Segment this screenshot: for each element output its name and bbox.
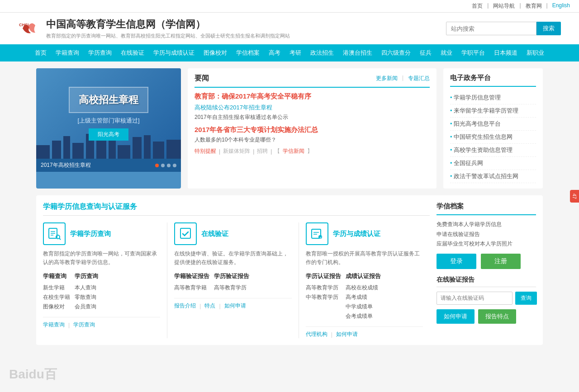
nav-gaokao[interactable]: 高考: [264, 44, 285, 61]
sub-col-1a-item-1[interactable]: 新生学籍: [43, 283, 70, 293]
search-button[interactable]: 搜索: [536, 22, 561, 35]
archive-line-1: 免费查询本人学籍学历信息: [437, 220, 536, 230]
how-to-apply-button[interactable]: 如何申请: [437, 309, 475, 324]
verify-code-input[interactable]: [437, 292, 513, 305]
egov-link-3[interactable]: 阳光高考信息平台: [454, 120, 501, 127]
egov-link-6[interactable]: 全国征兵网: [454, 160, 483, 166]
news-links-row: 特别提醒 | 新媒体矩阵 | 招聘 | 【学信新闻】: [195, 147, 430, 155]
archive-line-2: 申请在线验证报告: [437, 230, 536, 240]
nav-cert[interactable]: 学历与成绩认证: [149, 44, 199, 61]
banner-dot-4[interactable]: [173, 164, 176, 167]
more-news-link[interactable]: 更多新闻: [376, 75, 398, 82]
nav-jiuye[interactable]: 就业: [436, 44, 457, 61]
topbar-edu[interactable]: 教育网: [526, 2, 542, 10]
nav-archive[interactable]: 学信档案: [232, 44, 264, 61]
nav-kaoyan[interactable]: 考研: [285, 44, 306, 61]
sub-col-1b-item-3[interactable]: 会员查询: [75, 302, 98, 312]
service-col-2-desc: 在线快捷申请、验证。在学籍学历查询基础上，提供便捷的在线验证服务。: [174, 250, 291, 267]
sub-col-3b-item-4[interactable]: 会考成绩单: [346, 312, 381, 321]
nav-xueli[interactable]: 学历查询: [84, 44, 116, 61]
topbar-home[interactable]: 首页: [472, 2, 483, 10]
sub-col-1b-item-2[interactable]: 零散查询: [75, 293, 98, 302]
sub-col-2a-item-1[interactable]: 高等教育学籍: [174, 283, 209, 293]
nav-japan[interactable]: 日本频道: [489, 44, 522, 61]
banner-title-box: 高校招生章程: [69, 87, 148, 113]
service-col-2-header: 在线验证: [174, 222, 291, 245]
service-bottom-link-1b[interactable]: 学历查询: [73, 321, 95, 329]
sub-col-1a-item-2[interactable]: 在校生学籍: [43, 293, 70, 302]
verify-action-btns: 如何申请 报告特点: [437, 309, 536, 324]
service-bottom-link-2a[interactable]: 报告介绍: [174, 302, 196, 310]
sub-col-1a-item-3[interactable]: 图像校对: [43, 302, 70, 312]
login-button[interactable]: 登录: [437, 254, 476, 269]
sub-col-3b-item-1[interactable]: 高校在校成绩: [346, 283, 381, 293]
topics-link[interactable]: 专题汇总: [408, 75, 430, 82]
service-col-3-desc: 教育部唯一授权的开展高等教育学历认证服务工作的专门机构。: [306, 250, 423, 267]
xuexin-news-link[interactable]: 学信新闻: [283, 147, 304, 155]
banner-footer-text: 2017年高校招生章程: [41, 161, 91, 169]
sub-col-3a-item-1[interactable]: 高等教育学历: [306, 283, 341, 293]
sep2: |: [519, 2, 521, 10]
service-bottom-links-3: 代理机构 | 如何申请: [306, 326, 423, 338]
nav-home[interactable]: 首页: [30, 44, 51, 61]
egov-link-5[interactable]: 高校学生资助信息管理: [454, 146, 513, 153]
banner-subtitle: [上级主管部门审核通过]: [77, 117, 139, 125]
news-item-2[interactable]: 高校陆续公布2017年招生章程: [195, 104, 430, 112]
banner-badge[interactable]: 阳光高考: [89, 128, 128, 141]
service-bottom-link-2c[interactable]: 如何申请: [224, 302, 246, 310]
news-item-1[interactable]: 教育部：确保2017年高考安全平稳有序: [195, 92, 430, 101]
special-link[interactable]: 特别提醒: [195, 147, 216, 155]
report-feature-button[interactable]: 报告特点: [478, 309, 516, 324]
service-sub-cols-3: 学历认证报告 高等教育学历 中等教育学历 成绩认证报告 高校在校成绩 高考成绩 …: [306, 272, 423, 321]
nav-online-verify[interactable]: 在线验证: [116, 44, 149, 61]
topbar-sitemap[interactable]: 网站导航: [493, 2, 515, 10]
news-item-4[interactable]: 2017年各省市三大专项计划实施办法汇总: [195, 126, 430, 134]
verify-input-row: 查询: [437, 292, 536, 305]
nav-zhengbing[interactable]: 征兵: [415, 44, 436, 61]
site-title: 中国高等教育学生信息网（学信网）: [46, 18, 290, 31]
sub-col-3a-title: 学历认证报告: [306, 272, 341, 280]
top-section: 高校招生章程 [上级主管部门审核通过] 阳光高考 2017年高校招生章程 要闻: [36, 68, 543, 189]
banner-dot-3[interactable]: [167, 164, 171, 167]
sub-col-3a-item-2[interactable]: 中等教育学历: [306, 293, 341, 302]
banner-dot-1[interactable]: [155, 164, 159, 167]
service-bottom-link-2b[interactable]: 特点: [204, 302, 215, 310]
egov-link-2[interactable]: 来华留学生学籍学历管理: [454, 107, 518, 114]
header: CHSI 中国高等教育学生信息网（学信网） 教育部指定的学历查询唯一网站、教育部…: [0, 13, 579, 44]
sub-col-3b-item-3[interactable]: 中学成绩单: [346, 302, 381, 312]
banner-footer: 2017年高校招生章程: [36, 159, 181, 172]
verify-section: 在线验证报告 查询 如何申请 报告特点: [437, 276, 536, 324]
register-button[interactable]: 注册: [481, 254, 521, 269]
news-title: 要闻: [195, 74, 209, 83]
nav-gangao[interactable]: 港澳台招生: [338, 44, 377, 61]
sub-col-1b-title: 学历查询: [75, 272, 98, 280]
nav-xuezhi[interactable]: 学职平台: [457, 44, 489, 61]
banner-image: 高校招生章程 [上级主管部门审核通过] 阳光高考: [36, 68, 181, 159]
search-input[interactable]: [446, 22, 536, 35]
egov-link-7[interactable]: 政法干警改革试点招生网: [454, 173, 518, 179]
archive-section: 学信档案 免费查询本人学籍学历信息 申请在线验证报告 应届毕业生可校对本人学历照…: [437, 202, 536, 269]
egov-item-1: 学籍学历信息管理: [450, 91, 536, 104]
nav-zhengfa[interactable]: 政法招生: [306, 44, 338, 61]
top-bar: 首页 | 网站导航 | 教育网 | English: [0, 0, 579, 13]
nav-sijiu[interactable]: 四六级查分: [377, 44, 415, 61]
nav-xuejicx[interactable]: 学籍查询: [51, 44, 84, 61]
sub-col-2b-title: 学历验证报告: [214, 272, 249, 280]
sub-col-3b-item-2[interactable]: 高考成绩: [346, 293, 381, 302]
sub-col-1b-item-1[interactable]: 本人查询: [75, 283, 98, 293]
news-sep: |: [402, 75, 403, 82]
topbar-english[interactable]: English: [552, 2, 570, 10]
nav-image[interactable]: 图像校对: [199, 44, 232, 61]
nav-new-career[interactable]: 新职业: [522, 44, 549, 61]
banner-dot-2[interactable]: [161, 164, 165, 167]
archive-title: 学信档案: [437, 202, 536, 215]
egov-link-4[interactable]: 中国研究生招生信息网: [454, 133, 513, 140]
sub-col-2b-item-1[interactable]: 高等教育学历: [214, 283, 249, 293]
service-bottom-link-3a[interactable]: 代理机构: [306, 331, 327, 338]
service-bottom-link-1a[interactable]: 学籍查询: [43, 321, 65, 329]
service-bottom-link-3b[interactable]: 如何申请: [336, 331, 358, 338]
verify-query-button[interactable]: 查询: [515, 292, 537, 305]
sep3: |: [546, 2, 548, 10]
egov-link-1[interactable]: 学籍学历信息管理: [454, 94, 501, 101]
right-badge[interactable]: 47: [570, 189, 579, 202]
